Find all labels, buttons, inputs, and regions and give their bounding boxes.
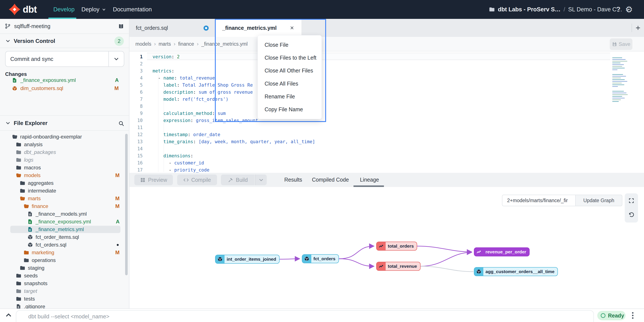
update-graph-button[interactable]: Update Graph xyxy=(576,195,622,206)
commit-options-toggle[interactable] xyxy=(108,52,124,67)
tree-item--gitignore[interactable]: .gitignore xyxy=(0,303,129,308)
lineage-node-total_revenue[interactable]: total_revenue xyxy=(376,262,420,271)
docs-book-icon[interactable] xyxy=(118,23,124,30)
menu-item-copy-file-name[interactable]: Copy File Name xyxy=(258,104,322,116)
breadcrumb-item[interactable]: _finance_metrics.yml xyxy=(202,41,248,47)
save-button[interactable]: Save xyxy=(610,38,632,50)
tree-item-label: snapshots xyxy=(24,280,47,286)
folder-icon xyxy=(24,257,29,263)
changed-file-row[interactable]: _finance_exposures.ymlA xyxy=(0,76,129,84)
menu-item-close-all-files[interactable]: Close All Files xyxy=(258,78,322,90)
lineage-node-fct_orders[interactable]: fct_orders xyxy=(302,254,339,263)
nav-deploy[interactable]: Deploy xyxy=(82,0,106,19)
nav-documentation[interactable]: Documentation xyxy=(113,0,152,19)
command-input[interactable]: dbt build --select <model_name> xyxy=(16,310,594,322)
caret-up-icon[interactable] xyxy=(5,311,12,319)
commit-and-sync-button[interactable]: Commit and sync xyxy=(5,51,124,67)
folder-icon xyxy=(16,273,22,278)
file-tree-scrollbar[interactable] xyxy=(125,134,128,275)
tree-item-macros[interactable]: macros xyxy=(0,164,129,171)
tree-item-label: .gitignore xyxy=(24,303,45,308)
version-control-title: Version Control xyxy=(14,38,55,44)
code-editor[interactable]: 1version: 223metrics:4 - name: total_rev… xyxy=(130,52,644,173)
account-switcher[interactable]: dbt Labs - ProServ S… / SL Demo - Dave C… xyxy=(489,0,630,19)
line-number: 9 xyxy=(130,111,143,116)
preview-button[interactable]: Preview xyxy=(134,174,173,185)
tree-item--finance-exposures-yml[interactable]: _finance_exposures.ymlA xyxy=(0,218,129,225)
tree-item-tests[interactable]: tests xyxy=(0,295,129,303)
lineage-node-revenue_per_order[interactable]: revenue_per_order xyxy=(474,247,530,256)
tree-item-intermediate[interactable]: intermediate xyxy=(0,187,129,195)
help-button[interactable]: ? xyxy=(616,0,620,19)
line-number: 4 xyxy=(130,76,143,81)
reset-rotate-ccw-icon[interactable] xyxy=(628,212,634,218)
code-line: 6 description: sum of gross revenue xyxy=(130,89,622,96)
cube-icon xyxy=(28,242,33,248)
nav-develop[interactable]: Develop xyxy=(53,0,74,19)
chart-icon xyxy=(377,242,386,250)
tree-item-finance[interactable]: financeM xyxy=(0,202,129,210)
version-control-header[interactable]: Version Control 2 xyxy=(0,34,129,48)
tree-item-label: macros xyxy=(24,165,41,171)
panel-tab-lineage[interactable]: Lineage xyxy=(360,173,379,186)
panel-tab-compiled-code[interactable]: Compiled Code xyxy=(312,173,349,186)
search-icon[interactable] xyxy=(118,121,124,127)
tree-item--finance-models-yml[interactable]: _finance__models.yml xyxy=(0,210,129,218)
dbt-logo-icon[interactable] xyxy=(8,4,20,16)
build-options-toggle[interactable] xyxy=(255,174,267,185)
editor-minimap[interactable] xyxy=(612,58,628,106)
breadcrumb-item[interactable]: models xyxy=(136,41,151,47)
tree-item-analysis[interactable]: analysis xyxy=(0,141,129,148)
folder-icon xyxy=(16,149,22,155)
tree-item-label: analysis xyxy=(24,142,43,148)
tree-item--finance-metrics-yml[interactable]: _finance_metrics.yml xyxy=(0,225,129,233)
tab-fct-orders[interactable]: fct_orders.sql xyxy=(130,19,215,37)
git-status-badge: M xyxy=(114,85,119,91)
tree-item-marketing[interactable]: marketingM xyxy=(0,249,129,256)
file-explorer-header[interactable]: File Explorer xyxy=(0,115,129,131)
branch-row[interactable]: sqlfluff-meeting xyxy=(0,19,129,34)
menu-item-close-file[interactable]: Close File xyxy=(258,39,322,51)
tree-item-fct-order-items-sql[interactable]: fct_order_items.sql xyxy=(0,233,129,241)
folder-open-icon xyxy=(12,134,18,140)
menu-item-rename-file[interactable]: Rename File xyxy=(258,91,322,103)
tree-item-models[interactable]: modelsM xyxy=(0,171,129,179)
tree-item-seeds[interactable]: seeds xyxy=(0,272,129,279)
changed-file-row[interactable]: dim_customers.sqlM xyxy=(0,85,129,92)
tree-item-aggregates[interactable]: aggregates xyxy=(0,179,129,187)
line-number: 12 xyxy=(130,132,143,137)
changed-file-name: _finance_exposures.yml xyxy=(20,77,76,83)
lineage-node-int_order_items_joined[interactable]: int_order_items_joined xyxy=(215,255,280,264)
cube-icon xyxy=(12,86,17,91)
tree-item-fct-orders-sql[interactable]: fct_orders.sql xyxy=(0,241,129,249)
tab-finance-metrics[interactable]: _finance_metrics.yml xyxy=(215,19,302,37)
code-line: 3metrics: xyxy=(130,67,622,74)
compile-button[interactable]: Compile xyxy=(177,174,217,185)
breadcrumb-item[interactable]: marts xyxy=(158,41,171,47)
lineage-node-agg_customer_orders__all_time[interactable]: agg_customer_orders__all_time xyxy=(474,267,558,276)
menu-item-close-files-to-the-left[interactable]: Close Files to the Left xyxy=(258,52,322,64)
tree-item-operations[interactable]: operations xyxy=(0,256,129,264)
build-button[interactable]: Build xyxy=(221,174,255,185)
new-tab-plus-icon[interactable] xyxy=(635,25,641,31)
gear-icon[interactable]: ⚙ xyxy=(625,0,633,19)
fullscreen-icon[interactable] xyxy=(628,198,634,204)
tree-item-staging[interactable]: staging xyxy=(0,264,129,272)
tree-item-logs[interactable]: logs xyxy=(0,156,129,164)
graph-filter-input[interactable]: 2+models/marts/finance/_fir xyxy=(502,195,576,206)
tree-item-snapshots[interactable]: snapshots xyxy=(0,279,129,287)
tree-item-dbt-packages[interactable]: dbt_packages xyxy=(0,148,129,156)
tab-label: fct_orders.sql xyxy=(136,25,168,31)
breadcrumb-item[interactable]: finance xyxy=(178,41,194,47)
tree-item-rapid-onboarding-exemplar[interactable]: rapid-onboarding-exemplar xyxy=(0,133,129,141)
tree-item-marts[interactable]: martsM xyxy=(0,195,129,202)
panel-tab-results[interactable]: Results xyxy=(284,173,302,186)
lineage-edge xyxy=(339,259,374,266)
lineage-panel: int_order_items_joinedfct_orderstotal_or… xyxy=(130,187,644,308)
close-icon[interactable] xyxy=(290,25,294,31)
tree-item-label: marketing xyxy=(32,249,54,255)
kebab-menu-icon[interactable] xyxy=(632,311,634,320)
tree-item-target[interactable]: target xyxy=(0,287,129,295)
lineage-node-total_orders[interactable]: total_orders xyxy=(376,242,417,251)
menu-item-close-all-other-files[interactable]: Close All Other Files xyxy=(258,65,322,77)
